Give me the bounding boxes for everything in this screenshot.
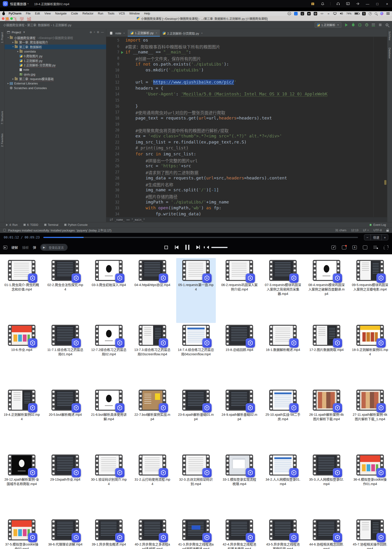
playlist-item[interactable]: 14-7.4.综合练习之药监总局04screenflow.mp4 — [176, 323, 216, 388]
volume-slider[interactable] — [211, 247, 228, 248]
danmaku-toggle[interactable]: 弹 — [33, 245, 36, 250]
tree-item[interactable]: ▼小猿圈爬虫课程~/Desktop/小猿圈爬虫课程 — [5, 36, 106, 40]
menubar-item-tools[interactable]: Tools — [108, 12, 114, 15]
playlist-item[interactable]: 24-9.xpath解析基础02.mp4 — [220, 388, 259, 453]
next-button[interactable] — [196, 246, 200, 249]
menubar-item-run[interactable]: Run — [98, 12, 103, 15]
playlist-item[interactable]: 35-3.人人网模拟登录02.mp4 — [307, 453, 346, 518]
collapse-all-icon[interactable]: ÷ — [94, 30, 95, 34]
siri-icon[interactable] — [380, 12, 383, 15]
playlist-item[interactable]: 36-4.模拟登录cookie操作01.mp4 — [350, 453, 390, 518]
status-right-item-3[interactable]: UTF-8 — [374, 229, 382, 232]
hardware-decode-toggle[interactable]: 硬解 — [11, 245, 18, 250]
scrollbar-warning-marker[interactable] — [384, 180, 386, 185]
tree-item[interactable]: qiutu.jpg — [5, 72, 106, 77]
playlist-item[interactable]: 40-2.异步爬虫之多进程and多线程.mp4 — [133, 518, 172, 549]
chevron-right-icon[interactable]: ▶ — [11, 78, 15, 80]
clock-icon[interactable] — [369, 12, 372, 15]
editor-tab[interactable]: 2.正则解析-分页爬取.py× — [160, 30, 205, 37]
editor-breadcrumb[interactable]: if _name_ == "_main_" — [106, 217, 387, 222]
tree-item[interactable]: 0.爬取图片.py — [5, 54, 106, 58]
fullscreen-icon[interactable] — [384, 246, 388, 249]
playlist-item[interactable]: 17-2.图片数据爬取.mp4 — [307, 323, 346, 388]
minimize-button[interactable]: — — [365, 2, 370, 6]
apple-logo-icon[interactable] — [2, 12, 5, 15]
playlist-item[interactable]: 28-12.xpath解析案例-全国城市名称爬取.mp4 — [2, 453, 42, 518]
playlist-item[interactable]: 03-3.爬虫初始深入.mp4 — [89, 258, 129, 323]
menubar-item-file[interactable]: File — [26, 12, 30, 15]
close-icon[interactable]: × — [156, 31, 157, 34]
run-configuration-select[interactable]: 1.正则解析 ▼ — [315, 22, 341, 28]
toolwindow-tab-sciview[interactable]: SciView — [388, 31, 391, 40]
input-method-icon[interactable]: 中 — [314, 12, 317, 15]
chevron-right-icon[interactable]: ▶ — [16, 51, 20, 52]
locate-icon[interactable]: ⊕ — [90, 30, 92, 34]
screenshot-icon[interactable] — [342, 246, 346, 249]
notification-center-icon[interactable] — [386, 12, 390, 15]
playlist-item[interactable]: 19-4.正则解析案例02.mp4 — [2, 388, 42, 453]
playlist-item[interactable]: 42-4.异步爬虫之线程池的基本使用.mp4 — [220, 518, 259, 549]
playlist-item[interactable]: 45-7.协程相关操作回顾.mp4 — [350, 518, 390, 549]
run-with-button[interactable] — [371, 23, 375, 27]
toolwindow-toggle-icon[interactable] — [3, 229, 6, 231]
chevron-right-icon[interactable]: ▶ — [11, 41, 15, 43]
chevron-down-icon[interactable]: ▼ — [7, 37, 10, 39]
previous-button[interactable] — [175, 246, 179, 249]
volume-icon[interactable] — [207, 246, 209, 249]
playlist-item[interactable]: 10-6.作业.mp4 — [2, 323, 42, 388]
coverage-button[interactable] — [358, 23, 362, 27]
menubar-item-pycharm[interactable]: PyCharm — [9, 12, 21, 15]
status-right-item-1[interactable]: 12:13 — [351, 229, 358, 232]
playlist-item[interactable]: 07-3.requests模块巩固深入案例之简易网页采集器.mp4 — [263, 258, 303, 323]
volume-menu-icon[interactable] — [340, 12, 343, 15]
status-right-item-2[interactable]: LF ÷ — [363, 229, 369, 232]
toolwindow-tab-favorites[interactable]: 2: Favorites — [1, 133, 3, 147]
lock-icon[interactable] — [386, 230, 389, 232]
danmaku-input[interactable]: ▶ 登录后发言 — [40, 244, 68, 251]
hide-panel-icon[interactable]: — — [101, 30, 104, 34]
video-display-area[interactable]: PyCharmFileEditViewNavigateCodeRefactorR… — [0, 7, 392, 233]
playlist-item[interactable]: 34-2.人人网模拟登录01.mp4 — [263, 453, 303, 518]
playlist-item[interactable]: 18-3.正则解析案例01.mp4 — [350, 323, 390, 388]
speed-label[interactable]: 倍速 — [371, 234, 382, 240]
menubar-item-code[interactable]: Code — [71, 12, 78, 15]
mac-zoom-button[interactable] — [10, 17, 13, 20]
close-button[interactable]: × — [385, 2, 389, 6]
playlist-item[interactable]: 30-1.验证码识别简介.mp4 — [89, 453, 129, 518]
menubar-item-help[interactable]: Help — [144, 12, 150, 15]
editor-tab[interactable]: note× — [107, 30, 128, 37]
toolwindow-tab-database[interactable]: Database — [388, 48, 391, 58]
playlist-item[interactable]: 02-2.爬虫合法性探究.mp4 — [45, 258, 85, 323]
search-everywhere-icon[interactable] — [385, 23, 389, 27]
app-menu-caret-icon[interactable]: ▾ — [28, 3, 29, 5]
close-icon[interactable]: × — [123, 32, 125, 35]
playlist-item[interactable]: 23-8.xpath解析基础01.mp4 — [176, 388, 216, 453]
tree-item[interactable]: ▶第一章: 爬虫基础简介 — [5, 40, 106, 45]
menubar-item-view[interactable]: View — [44, 12, 51, 15]
debug-button[interactable] — [351, 23, 355, 27]
playlist-item[interactable]: 31-2.云打码使用流程.mp4 — [133, 453, 172, 518]
tree-item[interactable]: ▶第二章: requests模块基础 — [5, 77, 106, 81]
playlist-item[interactable]: 25-10.xpath实战-58二手房.mp4 — [263, 388, 303, 453]
mac-minimize-button[interactable] — [6, 17, 9, 20]
playlist-item[interactable]: 38-6.代理理论讲解.mp4 — [45, 518, 85, 549]
chevron-down-icon[interactable]: ▼ — [23, 30, 25, 34]
spotlight-search-icon[interactable] — [375, 12, 377, 15]
playlist-item[interactable]: 09-5.requests模块巩固深入案例之豆瓣电影.mp4 — [350, 258, 390, 323]
playlist-item[interactable]: 44-6.协程相关概念回顾.mp4 — [307, 518, 346, 549]
tree-item[interactable]: ▼第三章: 数据解析 — [5, 44, 106, 49]
toolwindow-button-2[interactable]: 6: TODO — [24, 223, 38, 227]
menubar-item-refactor[interactable]: Refactor — [83, 12, 93, 15]
playlist-item[interactable]: 33-1.模拟登录实现流程梳理.mp4 — [220, 453, 259, 518]
run-line-icon[interactable] — [121, 51, 123, 54]
chevron-down-icon[interactable]: ▼ — [11, 46, 15, 48]
maximize-button[interactable]: □ — [375, 2, 379, 6]
mic-app-icon[interactable]: ● — [307, 12, 311, 15]
profiler-button[interactable] — [365, 23, 368, 27]
stop-button[interactable] — [165, 246, 168, 249]
shortcut-app-icon[interactable]: S — [362, 12, 366, 15]
toolwindow-button-4[interactable]: Python Console — [64, 223, 88, 227]
menubar-item-vcs[interactable]: VCS — [119, 12, 125, 15]
gift-icon[interactable] — [311, 2, 315, 6]
tree-item[interactable]: 1.正则解析.py — [5, 58, 106, 63]
